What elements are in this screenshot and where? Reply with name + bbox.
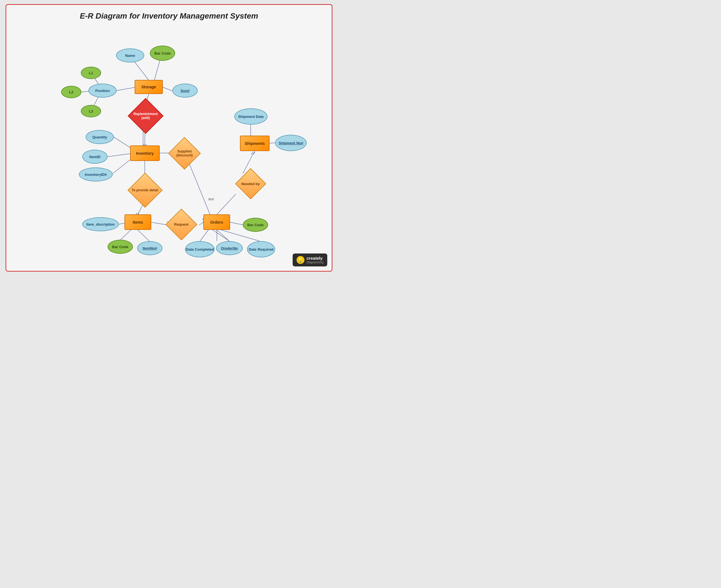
ellipse-itemno: ItemNo# [137, 241, 162, 255]
ellipse-inventoryid: InventoryID# [79, 167, 113, 182]
svg-line-2 [117, 87, 136, 90]
ellipse-item-desc: Item_discription [82, 217, 119, 231]
diamond-needed-by: Needed by [233, 172, 268, 195]
rect-items: Items [124, 214, 151, 230]
ellipse-shipment-date: Shipment Date [234, 108, 267, 125]
svg-line-21 [120, 230, 131, 240]
diamond-request: Request [164, 212, 198, 236]
creately-logo: 💡 creately Diagramming [293, 253, 327, 267]
svg-line-30 [217, 230, 229, 241]
svg-line-3 [163, 87, 172, 91]
ellipse-itemid: ItemID [82, 150, 107, 164]
svg-text:text: text [208, 197, 214, 201]
diamond-supplied: Supplied(discount) [166, 141, 203, 165]
ellipse-l1: L1 [81, 67, 101, 79]
ellipse-orderno: OrederNo [216, 241, 243, 255]
ellipse-l2: L2 [61, 86, 81, 98]
diamond-replenishment: Replenishment(add) [127, 103, 164, 129]
ellipse-position: Position [88, 84, 117, 98]
diamond-to-provide: To provide detail [123, 178, 167, 203]
rect-orders: Orders [203, 214, 230, 230]
rect-storage: Storage [135, 80, 163, 94]
ellipse-name: Name [116, 48, 144, 62]
svg-line-35 [217, 194, 236, 214]
ellipse-sno: Sno# [172, 84, 198, 98]
ellipse-barcode-top: Bar Code [150, 46, 175, 61]
svg-line-34 [230, 222, 243, 225]
ellipse-shipment-no: Shipment No# [275, 135, 307, 151]
rect-shipments: Shipments [240, 135, 269, 151]
svg-line-22 [138, 230, 150, 242]
logo-bulb-icon: 💡 [297, 256, 304, 264]
logo-text: creately Diagramming [307, 256, 323, 264]
ellipse-date-required: Date Required [247, 241, 275, 257]
ellipse-l3: L3 [81, 105, 101, 117]
ellipse-barcode-bottom: Bar Code [107, 240, 133, 254]
rect-inventory: Inventory [130, 145, 160, 161]
svg-line-38 [251, 152, 253, 154]
svg-line-39 [253, 152, 255, 154]
svg-line-29 [200, 230, 208, 241]
ellipse-date-completed: Date Completed [185, 241, 215, 257]
diagram-title: E-R Diagram for Inventory Management Sys… [6, 5, 332, 23]
svg-line-26 [199, 222, 203, 225]
ellipse-barcode-right: Bar Code [243, 218, 268, 232]
ellipse-quantity: Quantity [86, 130, 114, 144]
svg-line-31 [213, 230, 229, 241]
diagram-container: E-R Diagram for Inventory Management Sys… [6, 4, 332, 272]
